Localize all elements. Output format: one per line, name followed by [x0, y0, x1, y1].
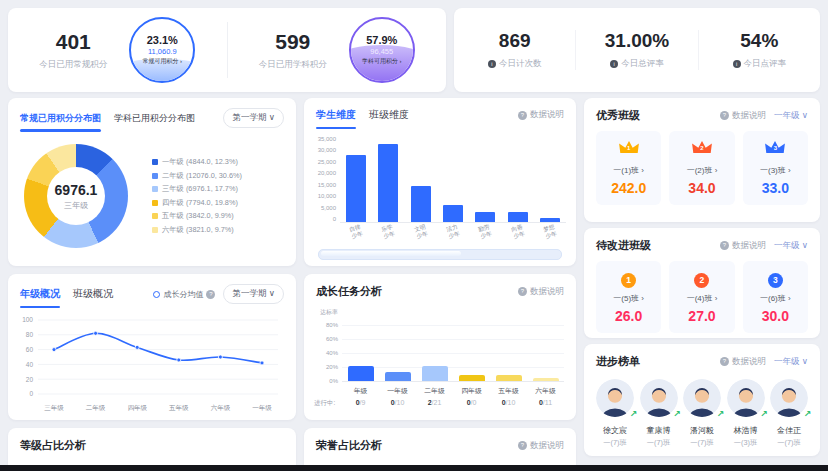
scrollbar-thumb[interactable]	[321, 251, 461, 256]
y-tick-label: 20,000	[312, 170, 336, 176]
grade-filter-dropdown[interactable]: 一年级 ∨	[774, 240, 808, 252]
progress-value[interactable]: 0/10	[379, 399, 416, 408]
today-review-label: 今日点评率	[744, 58, 787, 70]
progress-student-item[interactable]: ↗金佳正一(7)班	[768, 379, 810, 448]
y-tick-label: 25,000	[312, 159, 336, 165]
today-count-label: 今日计次数	[499, 58, 542, 70]
info-icon[interactable]: i	[488, 60, 496, 68]
class-name-link[interactable]: 一(6)班 ›	[745, 293, 806, 304]
term-filter-dropdown[interactable]: 第一学期 ∨	[223, 284, 284, 304]
donut-legend-item: 五年级 (3842.0, 9.9%)	[152, 211, 242, 221]
y-axis: 35,00030,00025,00020,00015,00010,0005,00…	[312, 136, 340, 222]
data-note-link[interactable]: ?数据说明	[720, 240, 766, 252]
improve-class-card[interactable]: 3一(6)班 ›30.0	[743, 261, 808, 333]
student-dimension-panel: 学生维度 班级维度 ?数据说明 35,00030,00025,00020,000…	[304, 98, 576, 266]
progress-value[interactable]: 0/0	[453, 399, 490, 408]
data-note-link[interactable]: ?数据说明	[518, 286, 564, 298]
x-tick-label: 年级	[342, 386, 379, 396]
regular-available-gauge[interactable]: 23.1% 11,060.9 常规可用积分 ›	[129, 17, 195, 83]
info-icon[interactable]: i	[733, 60, 741, 68]
class-score: 242.0	[598, 180, 659, 196]
chart-scrollbar[interactable]	[318, 249, 562, 260]
subject-available-gauge[interactable]: 57.9% 96,455 学科可用积分 ›	[349, 17, 415, 83]
tab-class-dimension[interactable]: 班级维度	[369, 108, 409, 122]
regular-gauge-link[interactable]: 常规可用积分 ›	[142, 57, 182, 66]
today-review-stat: 54% i今日点评率	[698, 30, 820, 70]
term-filter-dropdown[interactable]: 第一学期 ∨	[223, 108, 284, 128]
class-name-link[interactable]: 一(5)班 ›	[598, 293, 659, 304]
regular-gauge-percent: 23.1%	[147, 34, 178, 46]
donut-center-label: 三年级	[64, 200, 88, 211]
legend-swatch	[152, 173, 158, 179]
panel-title: 荣誉占比分析	[316, 438, 382, 453]
rank-number: 1	[618, 145, 640, 151]
bar	[459, 375, 485, 381]
excellent-class-card[interactable]: 1一(1)班 ›242.0	[596, 131, 661, 205]
help-icon[interactable]: ?	[206, 290, 215, 299]
excellent-class-card[interactable]: 3一(3)班 ›33.0	[743, 131, 808, 205]
donut-legend-item: 四年级 (7794.0, 19.8%)	[152, 198, 242, 208]
class-name-link[interactable]: 一(4)班 ›	[671, 293, 732, 304]
tab-grade-overview[interactable]: 年级概况	[20, 287, 60, 301]
data-note-link[interactable]: ?数据说明	[720, 356, 766, 368]
progress-value[interactable]: 0/10	[490, 399, 527, 408]
tab-student-dimension[interactable]: 学生维度	[316, 108, 356, 122]
bar-column	[416, 311, 453, 381]
x-tick-label: 五年级	[490, 386, 527, 396]
today-count-value: 869	[454, 30, 575, 52]
grade-line-chart: 020406080100三年级二年级四年级五年级六年级一年级	[12, 312, 290, 428]
bar	[385, 372, 411, 381]
bar-column: 勤劳少年	[475, 136, 495, 222]
class-name-link[interactable]: 一(2)班 ›	[671, 165, 732, 176]
y-tick-label: 0	[312, 216, 336, 222]
regular-used-stat: 401 今日已用常规积分	[39, 30, 107, 71]
honor-ratio-panel: 荣誉占比分析 ?数据说明	[304, 428, 576, 470]
data-note-link[interactable]: ?数据说明	[720, 110, 766, 122]
tab-regular-distribution[interactable]: 常规已用积分分布图	[20, 112, 101, 125]
data-note-link[interactable]: ?数据说明	[518, 109, 564, 121]
gridline	[342, 353, 564, 354]
progress-value[interactable]: 0/11	[527, 399, 564, 408]
donut-legend: 一年级 (4844.0, 12.3%)二年级 (12076.0, 30.6%)三…	[152, 157, 242, 235]
progress-student-item[interactable]: ↗林浩博一(3)班	[725, 379, 767, 448]
panel-title: 等级占比分析	[20, 438, 86, 453]
progress-student-item[interactable]: ↗徐文宸一(7)班	[594, 379, 636, 448]
subject-gauge-link[interactable]: 学科可用积分 ›	[362, 57, 402, 66]
bar-column	[527, 311, 564, 381]
improve-class-card[interactable]: 1一(5)班 ›26.0	[596, 261, 661, 333]
data-note-link[interactable]: ?数据说明	[518, 440, 564, 452]
excellent-class-card[interactable]: 2一(2)班 ›34.0	[669, 131, 734, 205]
student-name: 童康博	[638, 425, 680, 436]
student-name: 徐文宸	[594, 425, 636, 436]
bar-column: 自律少年	[346, 136, 366, 222]
progress-value[interactable]: 2/21	[416, 399, 453, 408]
y-tick-label: 40%	[326, 350, 338, 356]
rank-number: 2	[691, 145, 713, 151]
class-name-link[interactable]: 一(3)班 ›	[745, 165, 806, 176]
subject-gauge-amount: 96,455	[370, 47, 393, 56]
points-donut-chart[interactable]: 6976.1 三年级	[24, 144, 128, 248]
tab-subject-distribution[interactable]: 学科已用积分分布图	[114, 112, 195, 125]
progress-student-item[interactable]: ↗童康博一(7)班	[638, 379, 680, 448]
legend-swatch	[152, 159, 158, 165]
improve-class-card[interactable]: 2一(4)班 ›27.0	[669, 261, 734, 333]
class-name-link[interactable]: 一(1)班 ›	[598, 165, 659, 176]
student-class: 一(7)班	[681, 438, 723, 448]
grade-overview-panel: 年级概况 班级概况 成长分均值? 第一学期 ∨ 020406080100三年级二…	[8, 274, 296, 420]
info-icon[interactable]: i	[610, 60, 618, 68]
crown-icon: 3	[764, 139, 786, 160]
level-ratio-panel: 等级占比分析	[8, 428, 296, 470]
donut-legend-item: 二年级 (12076.0, 30.6%)	[152, 171, 242, 181]
x-tick-label: 乐学少年	[381, 224, 396, 240]
progress-student-item[interactable]: ↗潘河毅一(7)班	[681, 379, 723, 448]
today-count-stat: 869 i今日计次数	[454, 30, 575, 70]
svg-text:100: 100	[22, 316, 33, 323]
subject-used-stat: 599 今日已用学科积分	[259, 30, 327, 71]
help-icon: ?	[518, 111, 527, 120]
legend-label: 一年级 (4844.0, 12.3%)	[162, 157, 238, 167]
grade-filter-dropdown[interactable]: 一年级 ∨	[774, 356, 808, 368]
grade-filter-dropdown[interactable]: 一年级 ∨	[774, 110, 808, 122]
progress-value[interactable]: 0/9	[342, 399, 379, 408]
bar	[443, 205, 463, 223]
tab-class-overview[interactable]: 班级概况	[73, 287, 113, 301]
